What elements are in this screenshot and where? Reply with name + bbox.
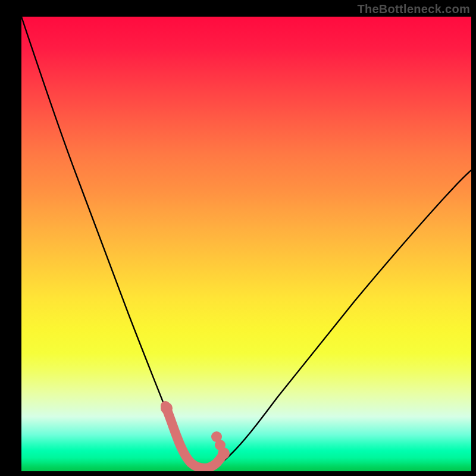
trough-markers bbox=[21, 17, 471, 471]
watermark-text: TheBottleneck.com bbox=[357, 2, 470, 16]
marker-dot bbox=[211, 431, 222, 442]
chart-stage: TheBottleneck.com bbox=[0, 0, 476, 476]
plot-area bbox=[21, 17, 471, 471]
marker-dot bbox=[161, 402, 173, 414]
